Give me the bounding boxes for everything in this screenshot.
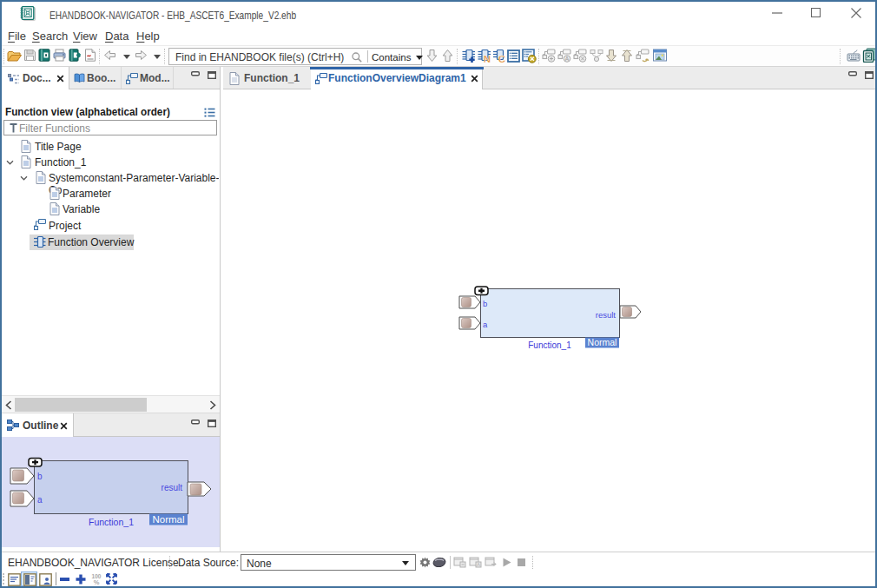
svg-text:Normal: Normal bbox=[588, 337, 617, 347]
svg-text:%: % bbox=[94, 578, 100, 585]
svg-text:a: a bbox=[483, 320, 488, 329]
svg-text:a: a bbox=[37, 495, 43, 505]
svg-text:result: result bbox=[162, 483, 183, 492]
svg-text:b: b bbox=[37, 472, 43, 481]
svg-text:b: b bbox=[483, 299, 487, 308]
svg-text:A: A bbox=[565, 56, 570, 62]
svg-text:C: C bbox=[498, 54, 505, 63]
svg-text:Function_1: Function_1 bbox=[528, 340, 571, 350]
svg-text:Function_1: Function_1 bbox=[89, 517, 134, 527]
svg-text:Normal: Normal bbox=[152, 514, 184, 525]
svg-text:result: result bbox=[596, 310, 617, 320]
svg-text:N: N bbox=[484, 54, 491, 63]
svg-text:A: A bbox=[477, 562, 480, 567]
